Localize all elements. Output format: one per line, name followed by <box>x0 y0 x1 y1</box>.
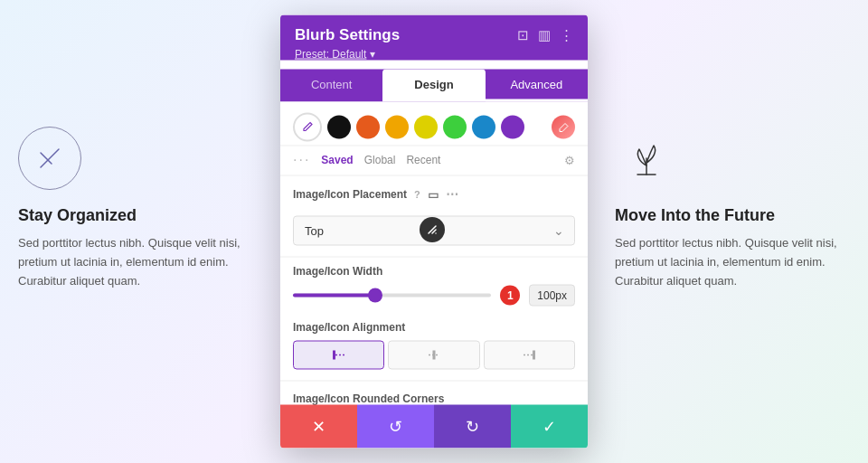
tab-design[interactable]: Design <box>382 70 485 102</box>
slider-value[interactable]: 100px <box>529 285 575 307</box>
modal-preset: Preset: Default ▾ <box>295 48 573 61</box>
color-dot-purple[interactable] <box>501 116 524 139</box>
color-edit-icon[interactable] <box>552 116 575 139</box>
svg-rect-8 <box>533 351 535 360</box>
more-icon[interactable]: ⋮ <box>560 27 573 43</box>
undo-button[interactable]: ↺ <box>357 405 434 449</box>
right-blurb-text: Sed porttitor lectus nibh. Quisque velit… <box>615 234 850 290</box>
color-dot-blue[interactable] <box>472 116 495 139</box>
placement-section: Image/Icon Placement ? ▭ ⋯ <box>280 176 588 216</box>
left-blurb-title: Stay Organized <box>18 206 253 225</box>
modal-header-icons: ⊡ ▥ ⋮ <box>517 27 573 43</box>
settings-icon[interactable]: ⚙ <box>564 153 575 166</box>
color-dot-yellow[interactable] <box>414 116 438 139</box>
modal-body: ··· Saved Global Recent ⚙ Image/Icon Pla… <box>280 102 588 405</box>
left-blurb: Stay Organized Sed porttitor lectus nibh… <box>18 127 253 290</box>
more-dots[interactable]: ··· <box>293 152 310 168</box>
width-label-row: Image/Icon Width <box>293 265 575 278</box>
align-center-btn[interactable] <box>388 341 479 370</box>
alignment-section: Image/Icon Alignment <box>280 317 588 381</box>
modal-footer: ✕ ↺ ↻ ✓ <box>280 405 588 449</box>
right-blurb-title: Move Into the Future <box>615 206 850 225</box>
width-section: Image/Icon Width 1 100px <box>280 257 588 317</box>
alignment-buttons <box>293 341 575 370</box>
align-left-btn[interactable] <box>293 341 384 370</box>
slider-track <box>293 294 491 298</box>
alignment-label: Image/Icon Alignment <box>293 321 575 334</box>
slider-track-wrapper <box>293 294 491 298</box>
slider-row: 1 100px <box>293 285 575 307</box>
tab-content[interactable]: Content <box>280 70 382 102</box>
align-right-btn[interactable] <box>484 341 575 370</box>
modal-header: Blurb Settings ⊡ ▥ ⋮ Preset: Default ▾ <box>280 15 588 61</box>
page-wrapper: Stay Organized Sed porttitor lectus nibh… <box>0 0 868 463</box>
placement-label-row: Image/Icon Placement ? ▭ ⋯ <box>293 187 575 202</box>
placement-label-text: Image/Icon Placement <box>293 188 407 201</box>
preset-link[interactable]: Preset: Default <box>295 48 366 61</box>
saved-label[interactable]: Saved <box>321 154 353 166</box>
pencil-color-btn[interactable] <box>293 113 322 142</box>
slider-fill <box>293 294 373 298</box>
left-blurb-icon <box>18 127 81 190</box>
color-dot-amber[interactable] <box>385 116 409 139</box>
modal-title: Blurb Settings <box>295 26 400 44</box>
columns-icon[interactable]: ▥ <box>538 27 551 43</box>
cancel-button[interactable]: ✕ <box>280 405 357 449</box>
saved-row: ··· Saved Global Recent ⚙ <box>280 146 588 176</box>
right-blurb-icon <box>615 127 678 190</box>
global-label[interactable]: Global <box>364 154 396 166</box>
placement-more-icon[interactable]: ⋯ <box>446 187 458 202</box>
left-blurb-text: Sed porttitor lectus nibh. Quisque velit… <box>18 234 253 290</box>
redo-button[interactable]: ↻ <box>434 405 511 449</box>
width-label: Image/Icon Width <box>293 265 382 278</box>
color-dot-green[interactable] <box>443 116 467 139</box>
slider-badge: 1 <box>500 286 520 306</box>
drag-handle[interactable] <box>420 217 445 242</box>
color-dot-orange[interactable] <box>356 116 380 139</box>
help-icon[interactable]: ? <box>414 189 420 200</box>
modal-header-top: Blurb Settings ⊡ ▥ ⋮ <box>295 26 573 44</box>
expand-icon[interactable]: ⊡ <box>517 27 529 43</box>
svg-line-0 <box>41 149 59 167</box>
svg-rect-4 <box>333 351 335 360</box>
rounded-section: Image/Icon Rounded Corners <box>280 381 588 405</box>
rounded-label: Image/Icon Rounded Corners <box>293 385 575 405</box>
save-button[interactable]: ✓ <box>511 405 588 449</box>
color-dot-black[interactable] <box>327 116 351 139</box>
slider-thumb[interactable] <box>368 288 382 303</box>
mobile-icon[interactable]: ▭ <box>428 187 439 201</box>
right-blurb: Move Into the Future Sed porttitor lectu… <box>615 127 850 290</box>
tab-advanced[interactable]: Advanced <box>486 70 588 102</box>
color-row <box>280 102 588 146</box>
modal-tabs: Content Design Advanced <box>280 70 588 102</box>
recent-label[interactable]: Recent <box>406 154 440 166</box>
